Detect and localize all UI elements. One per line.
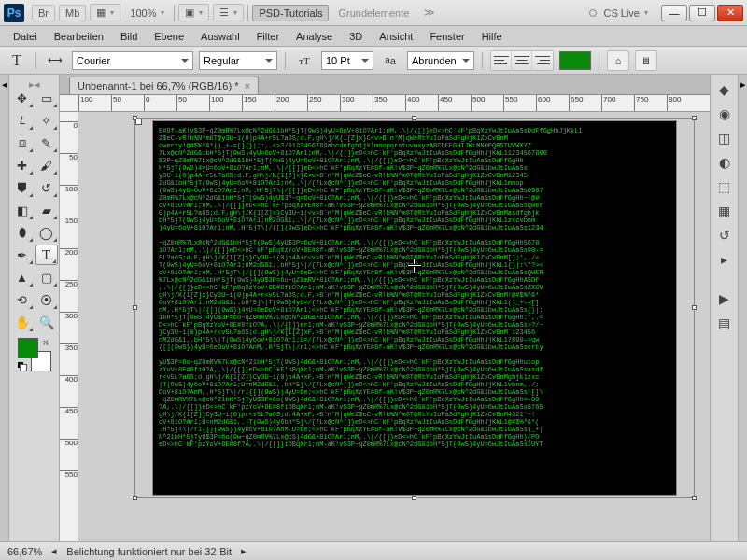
- shape-tool[interactable]: ▢: [35, 267, 58, 287]
- brush-tool[interactable]: 🖌: [35, 155, 58, 175]
- workspace-tab[interactable]: Grundelemente: [332, 6, 415, 21]
- close-tab-icon[interactable]: ×: [244, 80, 249, 91]
- magic-wand-tool[interactable]: ✧: [35, 110, 58, 131]
- swatches-icon[interactable]: ▦: [715, 202, 734, 220]
- layers-icon[interactable]: ◆: [715, 80, 734, 99]
- status-zoom[interactable]: 66,67%: [7, 546, 42, 557]
- menu-fenster[interactable]: Fenster: [422, 29, 472, 44]
- text-align-group: [490, 50, 554, 71]
- document-area: Unbenannt-1 bei 66,7% (RGB/16) * × 10050…: [60, 75, 710, 541]
- menu-auswahl[interactable]: Auswahl: [193, 29, 247, 44]
- close-button[interactable]: ✕: [717, 5, 743, 21]
- titlebar-zoom[interactable]: 100%: [124, 6, 170, 21]
- status-nav-right[interactable]: ▸: [241, 545, 247, 557]
- dodge-tool[interactable]: ◯: [35, 222, 58, 243]
- tool-indicator[interactable]: T: [6, 50, 28, 71]
- align-center-button[interactable]: [512, 51, 532, 70]
- paths-icon[interactable]: ◫: [715, 129, 734, 147]
- text-color-swatch[interactable]: [559, 51, 591, 70]
- status-nav-left[interactable]: ◂: [51, 545, 57, 557]
- tool-panel-grip[interactable]: ▸◂: [11, 78, 57, 88]
- workspace-tab-active[interactable]: PSD-Tutorials: [252, 5, 329, 21]
- menu-analyse[interactable]: Analyse: [289, 29, 340, 44]
- marquee-tool[interactable]: ▭: [35, 88, 58, 108]
- gradient-tool[interactable]: ▰: [35, 200, 58, 220]
- styles-icon[interactable]: ⬚: [715, 177, 734, 196]
- panel-collapse-left[interactable]: ◂: [0, 75, 9, 541]
- antialias-select[interactable]: Abrunden: [407, 51, 474, 70]
- menu-hilfe[interactable]: Hilfe: [474, 29, 510, 44]
- menu-bild[interactable]: Bild: [113, 29, 145, 44]
- crop-tool[interactable]: ⧈: [11, 133, 34, 153]
- history-brush-tool[interactable]: ↺: [35, 177, 58, 198]
- tool-panel: ▸◂ ✥ ▭ 𝘓 ✧ ⧈ ✎ ✚ 🖌 ⛊ ↺ ◧ ▰ ⬮ ◯ ✒ T ▲ ▢ ⟲…: [9, 75, 60, 541]
- move-tool[interactable]: ✥: [11, 88, 34, 108]
- extras-dropdown[interactable]: ☰: [213, 4, 244, 21]
- layout-dropdown[interactable]: ▦: [90, 4, 120, 21]
- screen-mode-dropdown[interactable]: ▣: [178, 4, 209, 21]
- options-bar: T ⟷ Courier Regular тT 10 Pt aa Abrunden…: [0, 47, 747, 75]
- app-logo: Ps: [4, 4, 24, 22]
- status-message: Belichtung funktioniert nur bei 32-Bit: [66, 546, 232, 557]
- workspace-more[interactable]: ≫: [418, 5, 441, 21]
- status-bar: 66,67% ◂ Belichtung funktioniert nur bei…: [0, 541, 747, 560]
- hand-tool[interactable]: ✋: [11, 312, 34, 332]
- ruler-horizontal[interactable]: 1005005010015020025030035040045050055060…: [78, 95, 710, 112]
- orientation-button[interactable]: ⟷: [44, 50, 66, 71]
- eraser-tool[interactable]: ◧: [11, 200, 34, 220]
- align-left-button[interactable]: [491, 51, 512, 70]
- cslive-dropdown[interactable]: CS Live: [584, 6, 654, 21]
- character-panel-button[interactable]: 🗏: [635, 50, 657, 71]
- 3d-tool[interactable]: ⟲: [11, 289, 34, 310]
- titlebar: Ps Br Mb ▦ 100% ▣ ☰ PSD-Tutorials Grunde…: [0, 0, 747, 26]
- menubar: Datei Bearbeiten Bild Ebene Auswahl Filt…: [0, 26, 747, 47]
- history-icon[interactable]: ↺: [715, 226, 734, 245]
- minibridge-button[interactable]: Mb: [59, 5, 86, 21]
- font-size-icon: тT: [293, 50, 316, 71]
- canvas[interactable]: E#8f-aK!v$3P~qZ0mR%7Lx@cN^2dG&1bH*5jT(9w…: [78, 112, 710, 541]
- transform-box[interactable]: [134, 118, 695, 498]
- menu-ebene[interactable]: Ebene: [147, 29, 191, 44]
- document-tab[interactable]: Unbenannt-1 bei 66,7% (RGB/16) * ×: [69, 77, 259, 94]
- ruler-origin[interactable]: [60, 95, 78, 112]
- ruler-vertical[interactable]: 050100150200250300350400450500550: [60, 112, 78, 541]
- font-size-select[interactable]: 10 Pt: [321, 51, 374, 70]
- adjustments-icon[interactable]: ◐: [715, 153, 734, 172]
- maximize-button[interactable]: ☐: [689, 5, 715, 21]
- align-right-button[interactable]: [532, 51, 553, 70]
- play-icon[interactable]: ▶: [715, 289, 734, 308]
- document-tab-label: Unbenannt-1 bei 66,7% (RGB/16) *: [78, 80, 238, 91]
- zoom-tool[interactable]: 🔍: [35, 312, 58, 332]
- menu-datei[interactable]: Datei: [6, 29, 45, 44]
- color-picker[interactable]: ⤭: [18, 338, 51, 371]
- actions-icon[interactable]: ▸: [715, 250, 734, 269]
- warp-text-button[interactable]: ⌂: [607, 50, 629, 71]
- panel-collapse-right[interactable]: ▸: [738, 75, 747, 541]
- font-weight-select[interactable]: Regular: [199, 51, 277, 70]
- healing-tool[interactable]: ✚: [11, 155, 34, 175]
- panel-icon[interactable]: ▤: [715, 314, 734, 332]
- stamp-tool[interactable]: ⛊: [11, 177, 34, 198]
- menu-bearbeiten[interactable]: Bearbeiten: [47, 29, 111, 44]
- path-select-tool[interactable]: ▲: [11, 267, 34, 287]
- font-family-select[interactable]: Courier: [72, 51, 193, 70]
- aa-icon: aa: [379, 50, 402, 71]
- minimize-button[interactable]: —: [661, 5, 687, 21]
- menu-ansicht[interactable]: Ansicht: [372, 29, 420, 44]
- menu-filter[interactable]: Filter: [249, 29, 287, 44]
- swap-colors-icon[interactable]: ⤭: [42, 338, 49, 347]
- bridge-button[interactable]: Br: [32, 5, 55, 21]
- pen-tool[interactable]: ✒: [11, 245, 34, 265]
- type-tool[interactable]: T: [35, 245, 58, 265]
- lasso-tool[interactable]: 𝘓: [11, 110, 34, 131]
- channels-icon[interactable]: ◉: [715, 105, 734, 123]
- menu-3d[interactable]: 3D: [342, 29, 370, 44]
- foreground-color[interactable]: [18, 338, 38, 358]
- 3d-camera-tool[interactable]: ⦿: [35, 289, 58, 310]
- right-panel-dock: ◆ ◉ ◫ ◐ ⬚ ▦ ↺ ▸ ▶ ▤: [710, 75, 738, 541]
- eyedropper-tool[interactable]: ✎: [35, 133, 58, 153]
- blur-tool[interactable]: ⬮: [11, 222, 34, 243]
- default-colors-icon[interactable]: [18, 362, 27, 371]
